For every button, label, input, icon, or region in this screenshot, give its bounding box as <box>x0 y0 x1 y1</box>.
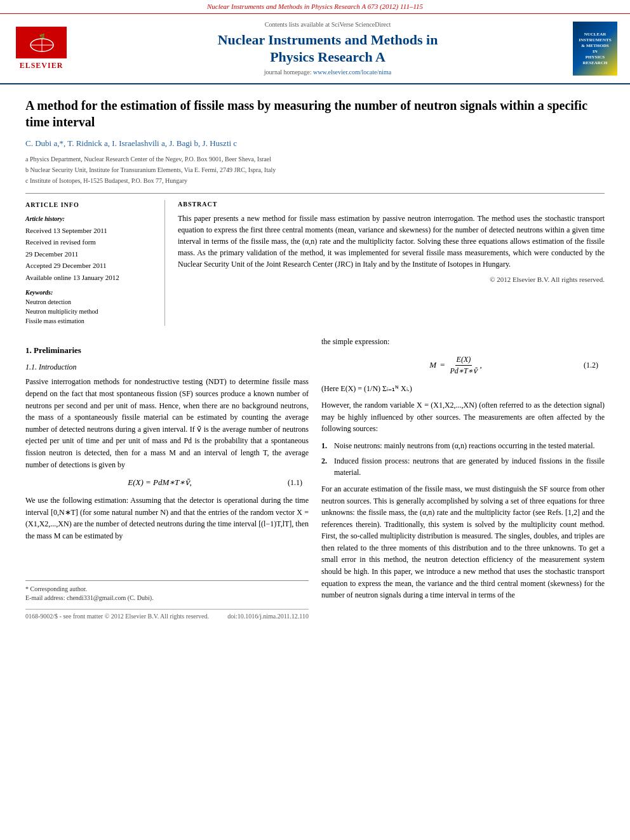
abstract-header: ABSTRACT <box>178 200 605 209</box>
intro-para-1: Passive interrogation methods for nondes… <box>25 376 309 470</box>
copyright-line: © 2012 Elsevier B.V. All rights reserved… <box>178 275 605 284</box>
body-left-col: 1. Preliminaries 1.1. Introduction Passi… <box>25 336 309 620</box>
elsevier-text: ELSEVIER <box>20 60 64 71</box>
keyword-3: Fissile mass estimation <box>25 316 157 326</box>
abstract-text: This paper presents a new method for fis… <box>178 213 605 270</box>
equation-1-1-content: E(X) = PdM∗T∗v̄, <box>128 477 192 488</box>
simple-expr-label: the simple expression: <box>321 336 605 348</box>
sources-list: 1. Noise neutrons: mainly neutrons from … <box>321 440 605 478</box>
received-revised-date: 29 December 2011 <box>25 249 157 260</box>
equation-1-2: M = E(X) Pd∗T∗v̄ , (1.2) <box>321 354 605 377</box>
eq2-fraction: E(X) Pd∗T∗v̄ <box>448 354 478 377</box>
article-info-header: ARTICLE INFO <box>25 200 157 210</box>
footer-left: 0168-9002/$ - see front matter © 2012 El… <box>25 612 209 621</box>
eq1-number: (1.1) <box>288 477 302 488</box>
article-info-abstract: ARTICLE INFO Article history: Received 1… <box>25 193 605 326</box>
history-label-row: Article history: <box>25 213 157 224</box>
list-item-2: 2. Induced fission process: neutrons tha… <box>321 455 605 478</box>
equation-1-2-content: M = E(X) Pd∗T∗v̄ , <box>429 354 481 377</box>
history-label: Article history: <box>25 215 65 222</box>
footer-doi: doi:10.1016/j.nima.2011.12.110 <box>227 612 309 621</box>
eq2-number: (1.2) <box>584 360 598 371</box>
top-banner: Nuclear Instruments and Methods in Physi… <box>0 0 630 14</box>
available-row: Available online 13 January 2012 <box>25 272 157 283</box>
intro-para-2: We use the following estimation: Assumin… <box>25 495 309 542</box>
article-container: A method for the estimation of fissile m… <box>0 84 630 633</box>
svg-text:🌿: 🌿 <box>39 33 44 39</box>
journal-title: Nuclear Instruments and Methods in Physi… <box>83 32 573 65</box>
affil-1: a Physics Department, Nuclear Research C… <box>25 154 605 164</box>
received-revised-label: Received in revised form <box>25 237 157 248</box>
received-row: Received 13 September 2011 <box>25 225 157 236</box>
accepted-row: Accepted 29 December 2011 <box>25 260 157 271</box>
article-body: 1. Preliminaries 1.1. Introduction Passi… <box>25 336 605 620</box>
list-item-1: 1. Noise neutrons: mainly neutrons from … <box>321 440 605 451</box>
journal-header: 🌿 ELSEVIER Contents lists available at S… <box>0 14 630 84</box>
subsection-1-1-heading: 1.1. Introduction <box>25 362 309 373</box>
authors-line: C. Dubi a,*, T. Ridnick a, I. Israelashv… <box>25 138 605 149</box>
intro-para-3: However, the random variable X = (X1,X2,… <box>321 399 605 435</box>
homepage-url[interactable]: www.elsevier.com/locate/nima <box>313 69 391 76</box>
footnote-email: E-mail address: chendi331@gmail.com (C. … <box>25 594 309 603</box>
eq2-note: (Here E(X) = (1/N) Σᵢ₌₁ᴺ Xᵢ.) <box>321 383 605 395</box>
body-right-col: the simple expression: M = E(X) Pd∗T∗v̄ … <box>321 336 605 620</box>
keyword-1: Neutron detection <box>25 297 157 307</box>
affil-3: c Institute of Isotopes, H-1525 Budapest… <box>25 176 605 185</box>
abstract-col: ABSTRACT This paper presents a new metho… <box>178 200 605 326</box>
footnote-section: * Corresponding author. E-mail address: … <box>25 580 309 603</box>
elsevier-logo: 🌿 ELSEVIER <box>13 27 70 71</box>
keywords-section: Keywords: Neutron detection Neutron mult… <box>25 288 157 326</box>
journal-center: Contents lists available at SciVerse Sci… <box>83 20 573 77</box>
article-info-col: ARTICLE INFO Article history: Received 1… <box>25 200 165 326</box>
article-title: A method for the estimation of fissile m… <box>25 97 605 130</box>
banner-text: Nuclear Instruments and Methods in Physi… <box>207 3 423 10</box>
intro-para-4: For an accurate estimation of the fissil… <box>321 483 605 601</box>
page-footer: 0168-9002/$ - see front matter © 2012 El… <box>25 609 309 621</box>
logo-image: 🌿 <box>16 27 67 58</box>
equation-1-1: E(X) = PdM∗T∗v̄, (1.1) <box>25 477 309 488</box>
keywords-label: Keywords: <box>25 288 157 297</box>
affiliations: a Physics Department, Nuclear Research C… <box>25 154 605 185</box>
keyword-2: Neutron multiplicity method <box>25 307 157 316</box>
footnote-corresponding: * Corresponding author. <box>25 585 309 594</box>
affil-2: b Nuclear Security Unit, Institute for T… <box>25 165 605 175</box>
journal-cover-image: NUCLEAR INSTRUMENTS & METHODS IN PHYSICS… <box>573 22 617 76</box>
sciverse-link: Contents lists available at SciVerse Sci… <box>83 20 573 29</box>
section-1-heading: 1. Preliminaries <box>25 345 309 356</box>
journal-homepage: journal homepage: www.elsevier.com/locat… <box>83 68 573 77</box>
